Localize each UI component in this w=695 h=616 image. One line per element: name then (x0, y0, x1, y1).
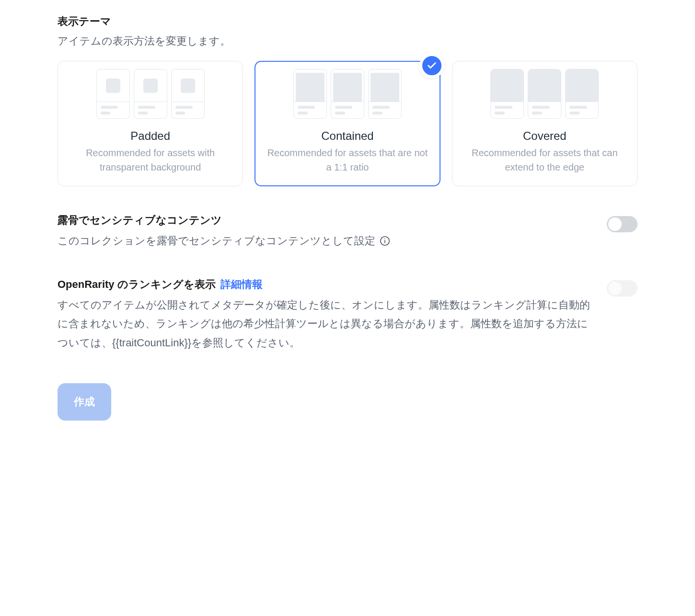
openrarity-section: OpenRarity のランキングを表示 詳細情報 すべてのアイテムが公開されて… (58, 277, 637, 353)
explicit-content-toggle[interactable] (607, 216, 637, 232)
openrarity-title-text: OpenRarity のランキングを表示 (58, 278, 216, 290)
theme-name: Contained (263, 129, 432, 143)
info-icon[interactable] (379, 235, 391, 247)
theme-preview (66, 69, 235, 119)
preview-card (368, 69, 402, 119)
preview-card (331, 69, 364, 119)
toggle-knob (608, 217, 622, 231)
theme-description: Recommended for assets with transparent … (66, 146, 235, 174)
theme-option-covered[interactable]: Covered Recommended for assets that can … (452, 61, 637, 186)
toggle-knob (608, 282, 622, 295)
openrarity-toggle (607, 280, 637, 297)
create-button[interactable]: 作成 (58, 383, 111, 421)
explicit-content-title: 露骨でセンシティブなコンテンツ (58, 213, 595, 228)
openrarity-description: すべてのアイテムが公開されてメタデータが確定した後に、オンにします。属性数はラン… (58, 296, 595, 353)
theme-options-row: Padded Recommended for assets with trans… (58, 61, 637, 186)
theme-name: Covered (460, 129, 629, 143)
theme-description: Recommended for assets that are not a 1:… (263, 146, 432, 174)
theme-description: Recommended for assets that can extend t… (460, 146, 629, 174)
preview-card (96, 69, 130, 119)
svg-point-2 (384, 238, 385, 239)
theme-name: Padded (66, 129, 235, 143)
display-theme-section: 表示テーマ アイテムの表示方法を変更します。 Padded Recommende… (58, 14, 637, 186)
theme-option-padded[interactable]: Padded Recommended for assets with trans… (58, 61, 243, 186)
explicit-content-description: このコレクションを露骨でセンシティブなコンテンツとして設定 (58, 231, 595, 251)
explicit-desc-text: このコレクションを露骨でセンシティブなコンテンツとして設定 (58, 231, 375, 251)
theme-option-contained[interactable]: Contained Recommended for assets that ar… (255, 61, 440, 186)
display-theme-description: アイテムの表示方法を変更します。 (58, 33, 637, 49)
preview-card (565, 69, 599, 119)
openrarity-title: OpenRarity のランキングを表示 詳細情報 (58, 277, 595, 292)
openrarity-more-link[interactable]: 詳細情報 (220, 278, 263, 290)
display-theme-title: 表示テーマ (58, 14, 637, 29)
preview-card (134, 69, 167, 119)
explicit-content-section: 露骨でセンシティブなコンテンツ このコレクションを露骨でセンシティブなコンテンツ… (58, 213, 637, 251)
check-icon (419, 53, 444, 78)
theme-preview (460, 69, 629, 119)
preview-card (171, 69, 205, 119)
preview-card (490, 69, 524, 119)
theme-preview (263, 69, 432, 119)
preview-card (293, 69, 327, 119)
preview-card (528, 69, 561, 119)
